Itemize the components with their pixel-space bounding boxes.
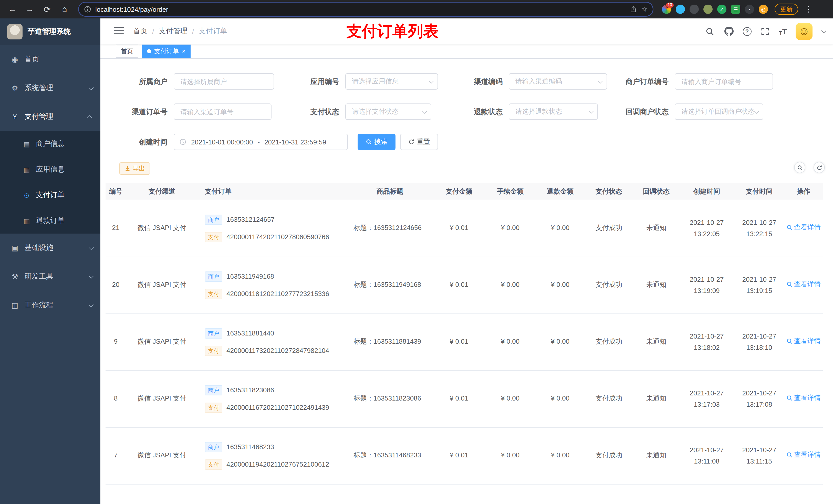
user-avatar[interactable]: ☺ <box>795 23 812 40</box>
create-time-range-input[interactable]: 2021-10-01 00:00:00 - 2021-10-31 23:59:5… <box>174 134 348 150</box>
merchant-filter-input[interactable] <box>174 73 274 90</box>
sidebar-item-infra[interactable]: ▣ 基础设施 <box>0 234 100 262</box>
refund-status-filter-select[interactable]: 请选择退款状态 <box>509 103 598 120</box>
chevron-down-icon <box>89 245 94 250</box>
browser-back-icon[interactable]: ← <box>5 2 20 16</box>
browser-home-icon[interactable]: ⌂ <box>57 2 72 16</box>
app-filter-select[interactable]: 请选择应用信息 <box>345 73 438 90</box>
extension-icon-blue[interactable] <box>676 5 685 14</box>
cell-create-time: 2021-10-2713:22:05 <box>679 200 734 257</box>
cell-actions: 查看详情 <box>784 200 823 257</box>
font-size-icon[interactable]: TT <box>779 27 787 35</box>
extensions-pin-icon[interactable]: • <box>745 5 754 14</box>
breadcrumb-home[interactable]: 首页 <box>133 27 147 36</box>
filter-label-channel-order-no: 渠道订单号 <box>101 103 168 120</box>
pay-tag: 支付 <box>205 459 222 470</box>
search-icon[interactable] <box>705 26 715 37</box>
github-icon[interactable] <box>723 26 734 37</box>
col-actions: 操作 <box>784 183 823 200</box>
share-icon[interactable] <box>630 6 637 13</box>
sidebar: 芋道管理系统 ◉ 首页 ⚙ 系统管理 ¥ 支付管理 ▤ 商户信息 <box>0 19 100 504</box>
chevron-down-icon <box>429 78 434 83</box>
sidebar-item-pay[interactable]: ¥ 支付管理 <box>0 102 100 131</box>
address-bar[interactable]: localhost:1024/pay/order ☆ <box>79 3 653 16</box>
extension-icon-colorful[interactable]: 10 <box>662 5 671 14</box>
view-detail-link[interactable]: 查看详情 <box>786 450 821 461</box>
view-detail-link[interactable]: 查看详情 <box>786 222 821 233</box>
table-row: 9 微信 JSAPI 支付 商户1635311881440 支付42000011… <box>105 313 823 370</box>
cell-pay-order: 商户1635311949168 支付4200001181202110277723… <box>198 257 346 313</box>
fullscreen-icon[interactable] <box>760 26 770 37</box>
notify-status-filter-select[interactable]: 请选择订单回调商户状态 <box>675 103 763 120</box>
cell-notify: 未通知 <box>633 313 679 370</box>
extension-icon-olive[interactable] <box>704 5 713 14</box>
sidebar-item-devtools[interactable]: ⚒ 研发工具 <box>0 262 100 291</box>
cell-status: 支付成功 <box>585 257 633 313</box>
export-button[interactable]: 导出 <box>119 162 150 175</box>
col-amount: 支付金额 <box>433 183 485 200</box>
app-logo[interactable]: 芋道管理系统 <box>0 19 100 45</box>
cell-channel: 微信 JSAPI 支付 <box>126 427 198 484</box>
view-detail-link[interactable]: 查看详情 <box>786 392 821 404</box>
sidebar-item-workflow[interactable]: ◫ 工作流程 <box>0 291 100 320</box>
site-info-icon[interactable] <box>84 6 91 13</box>
cell-pay-order: 商户1635311881440 支付4200001173202110272847… <box>198 313 346 370</box>
merchant-order-no-input[interactable] <box>675 73 773 90</box>
sidebar-item-system[interactable]: ⚙ 系统管理 <box>0 74 100 102</box>
cell-id: 8 <box>105 370 126 427</box>
browser-menu-icon[interactable]: ⋮ <box>803 5 814 14</box>
cell-status: 支付成功 <box>585 427 633 484</box>
cell-amount: ¥ 0.01 <box>433 427 485 484</box>
cell-pay-time: 2021-10-2713:22:15 <box>734 200 784 257</box>
sidebar-item-merchant-info[interactable]: ▤ 商户信息 <box>0 131 100 157</box>
refresh-table-button[interactable] <box>813 162 825 173</box>
sidebar-toggle-icon[interactable] <box>114 27 125 36</box>
cell-actions: 查看详情 <box>784 370 823 427</box>
tab-pay-order[interactable]: 支付订单 × <box>142 45 191 58</box>
cell-pay-time: 2021-10-2713:19:15 <box>734 257 784 313</box>
col-create-time: 创建时间 <box>679 183 734 200</box>
monitor-icon: ▣ <box>10 244 20 252</box>
channel-code-filter-select[interactable]: 请输入渠道编码 <box>509 73 607 90</box>
sidebar-item-refund-order[interactable]: ▥ 退款订单 <box>0 208 100 234</box>
channel-order-no-input[interactable] <box>174 103 271 120</box>
screen: ← → ⟳ ⌂ localhost:1024/pay/order ☆ 10 ✓ … <box>0 0 833 504</box>
merchant-tag: 商户 <box>205 271 222 282</box>
chevron-down-icon <box>89 85 94 90</box>
view-detail-link[interactable]: 查看详情 <box>786 336 821 347</box>
sidebar-item-pay-order[interactable]: ⊙ 支付订单 <box>0 182 100 208</box>
chevron-down-icon[interactable] <box>821 28 826 33</box>
cell-amount: ¥ 0.01 <box>433 370 485 427</box>
pay-status-filter-select[interactable]: 请选择支付状态 <box>345 103 431 120</box>
browser-chrome: ← → ⟳ ⌂ localhost:1024/pay/order ☆ 10 ✓ … <box>0 0 833 19</box>
sidebar-item-home[interactable]: ◉ 首页 <box>0 45 100 74</box>
cell-pay-order: 商户1635311357 <box>198 484 346 504</box>
view-detail-link[interactable]: 查看详情 <box>786 279 821 290</box>
bookmark-star-icon[interactable]: ☆ <box>641 5 647 13</box>
cell-fee: ¥ 0.00 <box>485 200 536 257</box>
extension-icon-emoji[interactable]: ☺ <box>759 5 768 14</box>
pay-tag: 支付 <box>205 402 222 413</box>
extension-icon-green-chat[interactable]: ☰ <box>731 5 740 14</box>
browser-forward-icon[interactable]: → <box>23 2 37 16</box>
help-icon[interactable]: ? <box>743 27 751 35</box>
pay-tag: 支付 <box>205 289 222 299</box>
breadcrumb-pay[interactable]: 支付管理 <box>159 27 188 36</box>
tab-home[interactable]: 首页 <box>116 45 138 58</box>
pay-tag: 支付 <box>205 345 222 356</box>
extension-icon-green-check[interactable]: ✓ <box>717 5 727 14</box>
toggle-search-button[interactable] <box>794 162 805 173</box>
col-fee: 手续金额 <box>485 183 536 200</box>
browser-refresh-icon[interactable]: ⟳ <box>40 2 54 16</box>
browser-update-button[interactable]: 更新 <box>775 4 798 15</box>
extension-icon-dark[interactable] <box>690 5 699 14</box>
tab-close-icon[interactable]: × <box>182 48 186 54</box>
col-pay-order: 支付订单 <box>198 183 346 200</box>
sidebar-item-app-info[interactable]: ▦ 应用信息 <box>0 157 100 182</box>
navbar-actions: ? TT ☺ <box>705 23 825 40</box>
card-icon: ▤ <box>23 140 31 148</box>
reset-button[interactable]: 重置 <box>400 134 438 150</box>
chevron-down-icon <box>89 273 94 279</box>
cell-status: 支付成功 <box>585 200 633 257</box>
search-button[interactable]: 搜索 <box>358 134 396 150</box>
